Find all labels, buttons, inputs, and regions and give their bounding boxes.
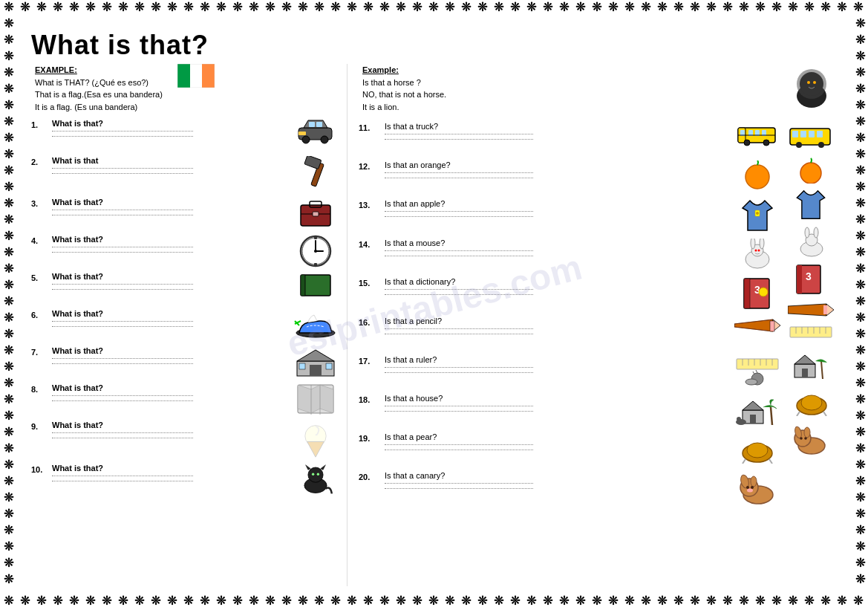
q1-num: 1. xyxy=(31,119,52,129)
question-20: 20. Is that a canary? xyxy=(359,471,781,504)
q17-image xyxy=(733,355,781,386)
clock-icon xyxy=(299,235,332,267)
q13-image xyxy=(733,199,781,233)
q3-text: What is that? xyxy=(52,198,287,207)
far-right-column: 3 xyxy=(781,64,841,586)
svg-marker-84 xyxy=(743,401,763,410)
svg-marker-41 xyxy=(305,465,310,470)
svg-marker-31 xyxy=(297,350,334,361)
q5-content: What is that? xyxy=(52,272,287,290)
border-top xyxy=(0,0,868,24)
svg-rect-108 xyxy=(809,131,815,137)
q20-image xyxy=(733,471,781,504)
svg-point-59 xyxy=(751,239,755,249)
svg-point-102 xyxy=(797,69,826,99)
q19-content: Is that a pear? xyxy=(385,432,729,450)
far-orange-icon xyxy=(794,157,827,184)
dictionary-icon: 3 xyxy=(740,277,775,311)
svg-point-61 xyxy=(755,250,757,252)
q4-num: 4. xyxy=(31,235,52,245)
q19-image xyxy=(733,432,781,464)
svg-line-136 xyxy=(797,412,800,416)
q20-num: 20. xyxy=(359,471,385,481)
example-line3-left: It is a flag. (Es una bandera) xyxy=(35,101,163,114)
far-tshirt-image xyxy=(792,189,829,224)
cat-icon xyxy=(296,464,335,495)
q1-image xyxy=(291,119,339,145)
svg-point-99 xyxy=(747,489,753,493)
ruler-icon xyxy=(735,355,780,386)
q19-num: 19. xyxy=(359,432,385,443)
svg-marker-67 xyxy=(734,319,773,331)
svg-rect-122 xyxy=(823,305,827,314)
far-rabbit-icon xyxy=(791,227,832,258)
q17-line1 xyxy=(385,367,533,368)
q15-line1 xyxy=(385,289,533,290)
example-box-right: Example: Is that a horse ? NO, that is n… xyxy=(362,64,781,113)
pencil-icon xyxy=(734,317,780,335)
svg-point-43 xyxy=(311,473,313,476)
svg-text:3: 3 xyxy=(806,270,812,282)
svg-point-62 xyxy=(758,250,760,252)
q4-line1 xyxy=(52,247,193,247)
q7-line2 xyxy=(52,363,193,364)
q20-content: Is that a canary? xyxy=(385,471,729,489)
question-3: 3. What is that? xyxy=(31,198,339,230)
question-2: 2. What is that xyxy=(31,156,339,193)
svg-point-6 xyxy=(302,136,310,143)
right-column: Example: Is that a horse ? NO, that is n… xyxy=(347,64,781,586)
q10-text: What is that? xyxy=(52,464,287,473)
q9-num: 9. xyxy=(31,421,52,431)
q8-num: 8. xyxy=(31,383,52,394)
q2-num: 2. xyxy=(31,156,52,166)
border-right xyxy=(844,0,868,610)
question-14: 14. Is that a mouse? xyxy=(359,239,781,271)
svg-point-112 xyxy=(800,163,821,184)
example-line2-left: That is a flag.(Esa es una bandera) xyxy=(35,88,163,101)
q3-num: 3. xyxy=(31,198,52,208)
q4-content: What is that? xyxy=(52,235,287,253)
question-5: 5. What is that? xyxy=(31,272,339,305)
question-10: 10. What is that? xyxy=(31,464,339,496)
q17-num: 17. xyxy=(359,355,385,366)
q7-line1 xyxy=(52,358,193,359)
svg-marker-121 xyxy=(826,304,834,316)
q9-image xyxy=(291,421,339,459)
question-15: 15. Is that a dictionary? 3 xyxy=(359,277,781,311)
q5-text: What is that? xyxy=(52,272,287,281)
q16-line2 xyxy=(385,334,533,334)
q6-text: What is that? xyxy=(52,309,287,318)
building-icon xyxy=(293,346,338,377)
rabbit-icon xyxy=(737,239,777,270)
svg-line-91 xyxy=(743,459,745,464)
svg-point-103 xyxy=(807,81,810,84)
q9-line1 xyxy=(52,432,193,433)
svg-rect-33 xyxy=(299,363,305,369)
svg-rect-10 xyxy=(298,132,306,135)
q9-text: What is that? xyxy=(52,421,287,429)
q16-image xyxy=(733,317,781,335)
q3-line1 xyxy=(52,210,193,210)
far-bus-icon xyxy=(789,125,833,151)
q1-line1 xyxy=(52,131,193,132)
q18-image xyxy=(733,394,781,425)
question-7: 7. What is that? xyxy=(31,346,339,379)
svg-line-137 xyxy=(823,412,826,416)
q2-image xyxy=(291,156,339,193)
q8-content: What is that? xyxy=(52,383,287,401)
q7-content: What is that? xyxy=(52,346,287,364)
svg-point-56 xyxy=(756,212,759,215)
example-box-left: EXAMPLE: What is THAT? (¿Qué es eso?) Th… xyxy=(35,64,339,113)
svg-rect-0 xyxy=(177,64,190,88)
svg-point-54 xyxy=(745,165,769,189)
svg-line-82 xyxy=(756,370,757,373)
svg-rect-8 xyxy=(309,122,315,127)
far-pencil-image xyxy=(788,302,834,320)
tshirt-icon xyxy=(739,199,776,233)
svg-point-116 xyxy=(814,227,818,238)
q14-text: Is that a mouse? xyxy=(385,239,729,247)
q6-line2 xyxy=(52,326,193,327)
question-11: 11. Is that a truck? xyxy=(359,122,781,155)
example-line1-right: Is that a horse ? xyxy=(362,77,781,89)
svg-point-142 xyxy=(800,437,803,440)
